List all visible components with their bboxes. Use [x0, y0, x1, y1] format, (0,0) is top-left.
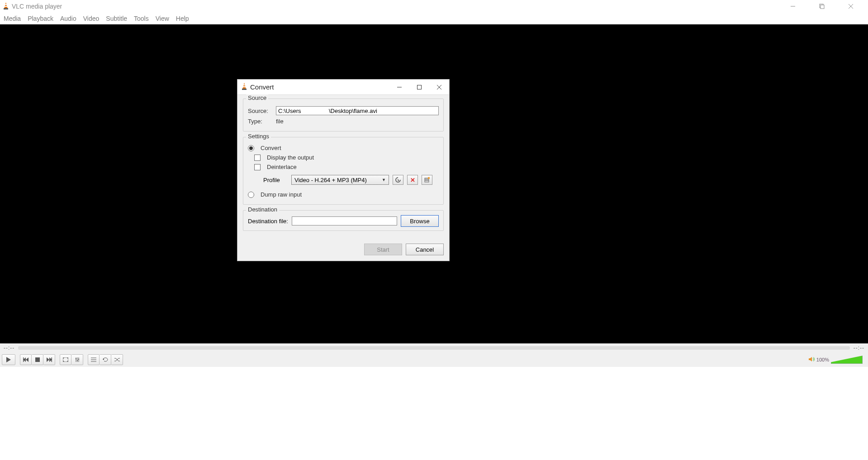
cancel-button[interactable]: Cancel — [406, 244, 444, 255]
next-button[interactable] — [43, 354, 55, 365]
type-label: Type: — [248, 118, 272, 125]
svg-rect-34 — [417, 85, 422, 89]
menu-playback[interactable]: Playback — [28, 15, 53, 22]
seek-slider[interactable] — [18, 346, 849, 350]
type-value: file — [276, 118, 284, 125]
app-title: VLC media player — [12, 3, 783, 10]
previous-button[interactable] — [20, 354, 32, 365]
menu-tools[interactable]: Tools — [134, 15, 149, 22]
svg-marker-14 — [47, 357, 49, 362]
deinterlace-checkbox[interactable] — [254, 164, 261, 170]
svg-rect-13 — [35, 357, 40, 362]
loop-button[interactable] — [100, 354, 111, 365]
source-group: Source Source: Type: file — [243, 99, 444, 131]
minimize-button[interactable] — [783, 1, 803, 12]
menu-help[interactable]: Help — [176, 15, 189, 22]
profile-dropdown[interactable]: Video - H.264 + MP3 (MP4) ▼ — [291, 175, 389, 185]
menu-video[interactable]: Video — [83, 15, 100, 22]
browse-button[interactable]: Browse — [401, 215, 439, 227]
source-label: Source: — [248, 108, 272, 114]
source-group-label: Source — [246, 94, 268, 101]
display-output-row[interactable]: Display the output — [254, 154, 439, 161]
convert-radio-label: Convert — [261, 145, 281, 151]
menu-subtitle[interactable]: Subtitle — [106, 15, 127, 22]
menu-audio[interactable]: Audio — [60, 15, 76, 22]
vlc-cone-icon — [241, 83, 247, 91]
display-output-label: Display the output — [267, 154, 314, 161]
convert-radio-row[interactable]: Convert — [248, 145, 439, 151]
chevron-down-icon: ▼ — [382, 178, 386, 182]
svg-rect-37 — [398, 179, 399, 181]
dump-raw-radio[interactable] — [248, 192, 254, 198]
svg-rect-21 — [76, 358, 76, 359]
destination-group-label: Destination — [246, 206, 279, 213]
svg-rect-2 — [5, 4, 7, 5]
titlebar: VLC media player — [0, 0, 868, 13]
convert-radio[interactable] — [248, 145, 254, 151]
svg-rect-16 — [51, 357, 52, 362]
svg-marker-28 — [809, 357, 812, 361]
dialog-minimize-button[interactable] — [389, 80, 409, 94]
svg-rect-1 — [4, 8, 8, 9]
svg-rect-6 — [821, 5, 824, 9]
maximize-button[interactable] — [812, 1, 832, 12]
volume-control: 100% — [808, 356, 866, 364]
menubar: Media Playback Audio Video Subtitle Tool… — [0, 13, 868, 24]
window-controls — [783, 1, 865, 12]
destination-file-label: Destination file: — [248, 218, 288, 225]
delete-profile-button[interactable]: ✕ — [407, 175, 418, 185]
speaker-icon[interactable] — [808, 356, 815, 364]
svg-rect-3 — [5, 6, 7, 7]
convert-dialog: Convert Source Source: Type: file Settin… — [237, 79, 450, 261]
dump-raw-label: Dump raw input — [261, 191, 302, 198]
svg-rect-22 — [77, 360, 78, 361]
destination-group: Destination Destination file: Browse — [243, 210, 444, 231]
profile-label: Profile — [263, 177, 288, 183]
dialog-titlebar: Convert — [237, 80, 449, 95]
svg-marker-9 — [6, 357, 11, 362]
stop-button[interactable] — [32, 354, 43, 365]
playback-controls: 100% — [0, 352, 868, 367]
playlist-button[interactable] — [88, 354, 100, 365]
fullscreen-button[interactable] — [60, 354, 71, 365]
svg-rect-11 — [23, 357, 24, 362]
svg-marker-29 — [242, 83, 246, 89]
dialog-footer: Start Cancel — [237, 240, 449, 261]
settings-group: Settings Convert Display the output Dein… — [243, 137, 444, 205]
time-remaining: --:-- — [854, 345, 864, 351]
svg-marker-12 — [26, 357, 28, 362]
destination-file-input[interactable] — [292, 216, 397, 225]
time-elapsed: --:-- — [4, 345, 14, 351]
close-button[interactable] — [841, 1, 861, 12]
svg-rect-30 — [242, 89, 247, 90]
deinterlace-row[interactable]: Deinterlace — [254, 164, 439, 170]
start-button[interactable]: Start — [364, 244, 402, 255]
new-profile-button[interactable] — [422, 175, 432, 185]
menu-media[interactable]: Media — [4, 15, 21, 22]
volume-slider[interactable] — [831, 356, 863, 364]
menu-view[interactable]: View — [156, 15, 169, 22]
dump-raw-row[interactable]: Dump raw input — [248, 191, 439, 198]
x-icon: ✕ — [410, 177, 415, 183]
source-input[interactable] — [276, 106, 439, 115]
profile-value: Video - H.264 + MP3 (MP4) — [294, 177, 367, 183]
svg-point-42 — [428, 177, 430, 179]
shuffle-button[interactable] — [111, 354, 123, 365]
dialog-close-button[interactable] — [429, 80, 449, 94]
deinterlace-label: Deinterlace — [267, 164, 297, 170]
seek-row: --:-- --:-- — [0, 343, 868, 352]
display-output-checkbox[interactable] — [254, 155, 261, 161]
dialog-maximize-button[interactable] — [409, 80, 429, 94]
edit-profile-button[interactable] — [393, 175, 403, 185]
dialog-title: Convert — [250, 83, 389, 91]
svg-marker-0 — [4, 2, 8, 9]
svg-rect-31 — [243, 84, 246, 85]
play-button[interactable] — [2, 354, 15, 365]
settings-group-label: Settings — [246, 133, 271, 140]
volume-percent: 100% — [816, 357, 829, 362]
vlc-cone-icon — [3, 2, 9, 11]
svg-rect-32 — [243, 86, 246, 87]
extended-settings-button[interactable] — [71, 354, 83, 365]
svg-rect-23 — [78, 359, 79, 360]
